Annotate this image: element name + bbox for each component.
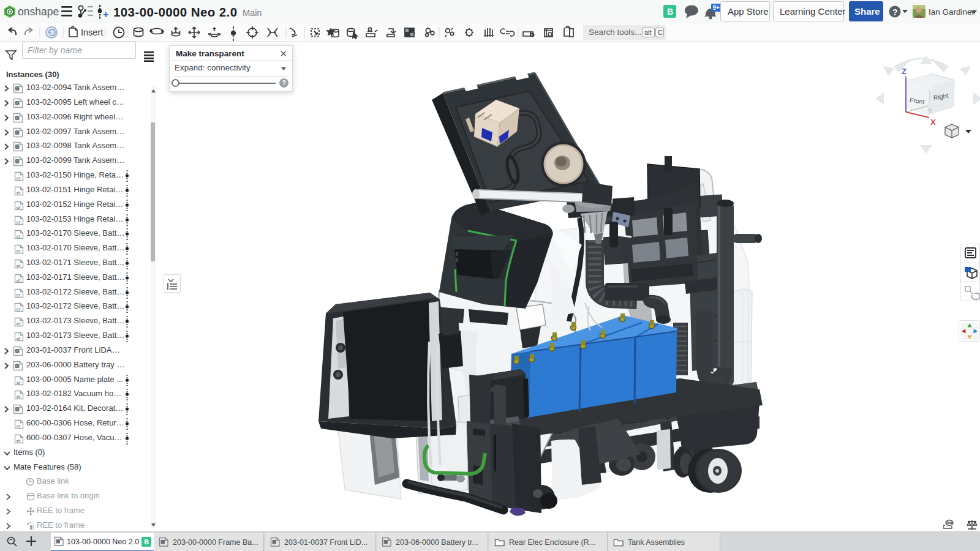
svg-text:onshape: onshape bbox=[18, 6, 59, 18]
svg-text:+: + bbox=[103, 9, 108, 20]
svg-text:9+: 9+ bbox=[713, 4, 720, 11]
svg-text:Learning Center: Learning Center bbox=[780, 6, 846, 17]
svg-text:103-00-0000 Neo 2.0: 103-00-0000 Neo 2.0 bbox=[113, 5, 237, 19]
svg-text:Search tools...: Search tools... bbox=[589, 28, 641, 37]
svg-text:?: ? bbox=[892, 7, 898, 17]
svg-text:App Store: App Store bbox=[728, 6, 769, 17]
svg-text:B: B bbox=[667, 7, 673, 17]
svg-text:Main: Main bbox=[243, 8, 262, 18]
svg-text:C: C bbox=[658, 29, 663, 36]
svg-text:Share: Share bbox=[854, 6, 880, 17]
svg-text:alt: alt bbox=[644, 29, 652, 36]
svg-text:Insert: Insert bbox=[81, 28, 103, 37]
